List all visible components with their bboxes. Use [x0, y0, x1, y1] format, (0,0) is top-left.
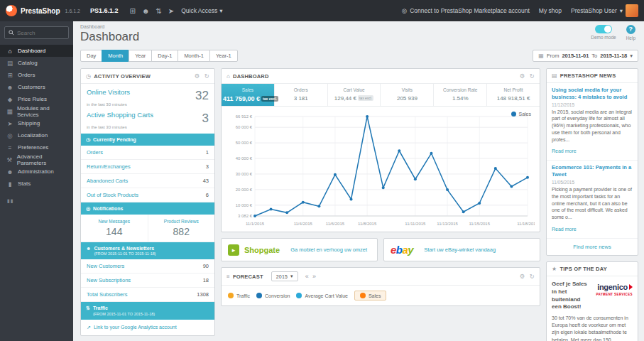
find-more-news-link[interactable]: Find more news	[547, 239, 638, 255]
product-reviews-cell[interactable]: Product Reviews 882	[148, 215, 215, 242]
kpi-value: 1.54%	[435, 95, 485, 102]
rocket-icon[interactable]: ➤	[168, 7, 174, 15]
row-link[interactable]: Total Subscribers	[87, 291, 128, 298]
news-article: Ecommerce 101: Payments in a Tweet 11/05…	[547, 161, 638, 238]
row-link[interactable]: Return/Exchanges	[87, 163, 131, 170]
range-button-month[interactable]: Month	[102, 50, 129, 62]
online-visitors-link[interactable]: Online Visitors	[87, 88, 130, 96]
section-title: Customers & Newsletters	[94, 246, 154, 251]
ebay-promo-link[interactable]: Start uw eBay-winkel vandaag	[424, 247, 496, 253]
sidebar-item-modules[interactable]: ▦ Modules and Services	[0, 105, 73, 117]
sidebar-item-price-rules[interactable]: ◆ Price Rules	[0, 93, 73, 105]
refresh-icon[interactable]: ↻	[530, 72, 535, 80]
row-link[interactable]: New Customers	[87, 263, 124, 269]
help-icon: ?	[626, 25, 635, 34]
ingenico-logo-text: ingenico	[597, 283, 628, 291]
article-title-link[interactable]: Using social media for your business: 4 …	[552, 87, 633, 101]
kpi-sales[interactable]: Sales 411 759,00 €tax excl.	[222, 84, 275, 106]
chart-legend[interactable]: Sales	[511, 112, 531, 117]
sidebar-item-label: Localization	[18, 132, 48, 139]
kpi-visits[interactable]: Visits 205 939	[381, 84, 434, 106]
gear-icon[interactable]: ⚙	[195, 72, 200, 80]
range-button-day-1[interactable]: Day-1	[151, 50, 178, 62]
refresh-icon[interactable]: ↻	[530, 273, 535, 280]
row-link[interactable]: Out of Stock Products	[87, 192, 138, 198]
gear-icon[interactable]: ⚙	[520, 72, 525, 80]
shopgate-promo-link[interactable]: Ga mobiel en verhoog uw omzet	[290, 247, 367, 253]
marketplace-icon: ◎	[402, 7, 407, 14]
online-visitors-sub: in the last 30 minutes	[81, 102, 214, 107]
help-button[interactable]: ? Help	[626, 25, 635, 40]
demo-mode-toggle[interactable]: Demo mode	[591, 25, 616, 40]
range-button-day[interactable]: Day	[80, 50, 102, 62]
kpi-orders[interactable]: Orders 3 181	[275, 84, 328, 106]
forecast-legend-traffic[interactable]: Traffic	[228, 293, 250, 298]
cell-label: New Messages	[84, 219, 145, 224]
online-visitors-value: 32	[195, 90, 209, 102]
range-button-month-1[interactable]: Month-1	[178, 50, 210, 62]
quick-access-label: Quick Access	[181, 7, 217, 14]
previous-year-button[interactable]: «	[305, 273, 309, 280]
marketplace-link[interactable]: ◎ Connect to PrestaShop Marketplace acco…	[402, 7, 530, 14]
row-link[interactable]: Abandoned Carts	[87, 178, 128, 184]
my-shop-link[interactable]: My shop	[539, 7, 562, 14]
sidebar-collapse-button[interactable]: ▮▮	[0, 195, 73, 207]
svg-text:10 000 €: 10 000 €	[236, 203, 253, 207]
active-carts-link[interactable]: Active Shopping Carts	[87, 111, 153, 119]
exchange-icon[interactable]: ⇅	[155, 7, 161, 15]
sidebar-item-preferences[interactable]: ≡ Preferences	[0, 141, 73, 153]
pending-row-returns: Return/Exchanges 3	[81, 160, 214, 174]
forecast-legend-sales[interactable]: Sales	[354, 291, 387, 301]
forecast-legend-conversion[interactable]: Conversion	[256, 293, 290, 298]
news-icon: ▤	[552, 72, 557, 79]
forecast-legend-average-cart-value[interactable]: Average Cart Value	[296, 293, 347, 298]
sidebar-search	[4, 26, 69, 39]
prestashop-logo[interactable]: PrestaShop 1.6.1.2	[6, 5, 80, 16]
sidebar-item-label: Stats	[18, 180, 31, 187]
sidebar-item-label: Modules and Services	[17, 105, 67, 118]
google-analytics-link[interactable]: ↗ Link to your Google Analytics account	[81, 320, 214, 335]
range-button-year[interactable]: Year	[129, 50, 152, 62]
row-link[interactable]: New Subscriptions	[87, 277, 131, 283]
shop-name[interactable]: PS1.6.1.2	[90, 7, 119, 14]
kpi-conversion-rate[interactable]: Conversion Rate 1.54%	[434, 84, 487, 106]
article-title-link[interactable]: Ecommerce 101: Payments in a Tweet	[552, 164, 633, 178]
legend-dot	[511, 112, 516, 117]
sidebar-item-dashboard[interactable]: ⌂ Dashboard	[0, 45, 73, 57]
bell-icon: ◎	[86, 205, 90, 212]
new-messages-cell[interactable]: New Messages 144	[81, 215, 148, 242]
row-link[interactable]: Orders	[87, 149, 103, 156]
sidebar-item-localization[interactable]: ◎ Localization	[0, 129, 73, 141]
svg-text:30 000 €: 30 000 €	[236, 172, 253, 176]
next-year-button[interactable]: »	[312, 273, 316, 280]
customers-icon[interactable]: ☻	[142, 7, 150, 15]
sidebar-item-orders[interactable]: ⊞ Orders	[0, 69, 73, 81]
range-button-year-1[interactable]: Year-1	[209, 50, 238, 62]
kpi-cart-value[interactable]: Cart Value 129,44 €tax excl.	[328, 84, 381, 106]
user-menu[interactable]: PrestaShop User ▾	[571, 4, 638, 17]
sidebar-item-catalog[interactable]: ▤ Catalog	[0, 57, 73, 69]
cell-value: 144	[84, 226, 145, 237]
calendar-icon: ▦	[538, 53, 544, 59]
sidebar-item-advanced-parameters[interactable]: ⚒ Advanced Parameters	[0, 153, 73, 166]
date-range-picker[interactable]: ▦ From 2015-11-01 To 2015-11-18 ▾	[533, 50, 638, 62]
sidebar-item-administration[interactable]: ☻ Administration	[0, 166, 73, 178]
kpi-net-profit[interactable]: Net Profit 148 918,51 €	[487, 84, 540, 106]
chevron-down-icon: ▾	[219, 7, 222, 14]
section-subtitle: (FROM 2015-11-01 TO 2015-11-18)	[93, 312, 155, 317]
refresh-icon[interactable]: ↻	[204, 72, 209, 80]
svg-text:40 000 €: 40 000 €	[236, 156, 253, 161]
svg-text:50 000 €: 50 000 €	[236, 141, 253, 145]
gear-icon[interactable]: ⚙	[520, 273, 525, 280]
sidebar-item-shipping[interactable]: ➤ Shipping	[0, 117, 73, 129]
sidebar-item-customers[interactable]: ☻ Customers	[0, 81, 73, 93]
search-input[interactable]	[17, 30, 65, 36]
svg-text:11/8/2015: 11/8/2015	[358, 222, 377, 226]
sidebar-item-stats[interactable]: ▮ Stats	[0, 178, 73, 190]
read-more-link[interactable]: Read more	[552, 148, 577, 153]
modules-icon: ▦	[6, 108, 13, 115]
year-select[interactable]: 2015 ▾	[271, 271, 298, 281]
read-more-link[interactable]: Read more	[552, 227, 577, 232]
cart-icon[interactable]: ⊞	[130, 7, 136, 15]
quick-access-menu[interactable]: Quick Access ▾	[181, 7, 222, 14]
